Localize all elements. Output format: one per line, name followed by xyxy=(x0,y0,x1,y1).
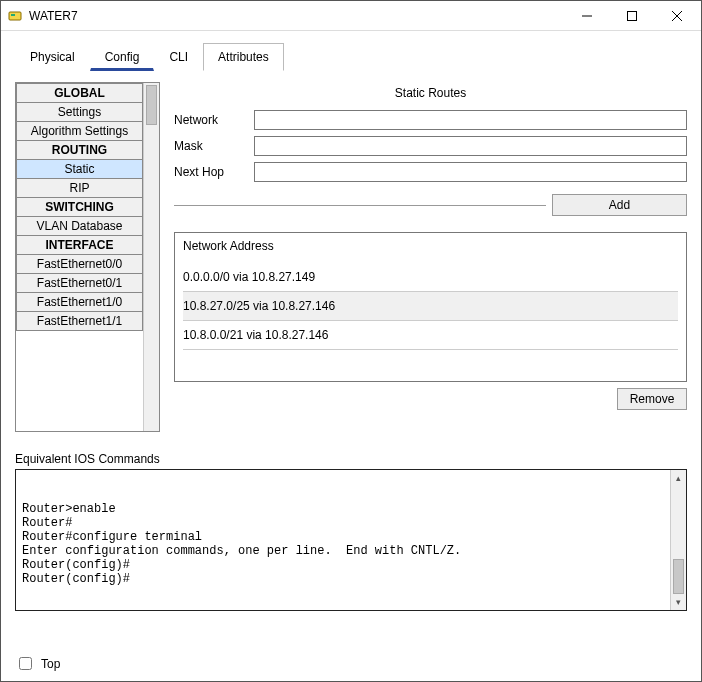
network-label: Network xyxy=(174,113,254,127)
sidebar: GLOBALSettingsAlgorithm SettingsROUTINGS… xyxy=(16,83,143,431)
sidebar-item[interactable]: FastEthernet0/1 xyxy=(16,273,143,293)
sidebar-item[interactable]: FastEthernet0/0 xyxy=(16,254,143,274)
sidebar-item[interactable]: Settings xyxy=(16,102,143,122)
network-input[interactable] xyxy=(254,110,687,130)
routes-header: Network Address xyxy=(183,239,678,253)
routes-list: Network Address 0.0.0.0/0 via 10.8.27.14… xyxy=(174,232,687,382)
footer: Top xyxy=(1,646,701,681)
add-button[interactable]: Add xyxy=(552,194,687,216)
tab-attributes[interactable]: Attributes xyxy=(203,43,284,71)
tab-physical[interactable]: Physical xyxy=(15,43,90,71)
route-entry[interactable]: 10.8.27.0/25 via 10.8.27.146 xyxy=(183,292,678,321)
mask-input[interactable] xyxy=(254,136,687,156)
tab-bar: PhysicalConfigCLIAttributes xyxy=(1,31,701,72)
top-label: Top xyxy=(41,657,60,671)
maximize-button[interactable] xyxy=(609,2,654,30)
sidebar-item[interactable]: Algorithm Settings xyxy=(16,121,143,141)
panel-title: Static Routes xyxy=(174,82,687,110)
sidebar-container: GLOBALSettingsAlgorithm SettingsROUTINGS… xyxy=(15,82,160,432)
nexthop-label: Next Hop xyxy=(174,165,254,179)
sidebar-item[interactable]: FastEthernet1/1 xyxy=(16,311,143,331)
titlebar: WATER7 xyxy=(1,1,701,31)
sidebar-item[interactable]: VLAN Database xyxy=(16,216,143,236)
sidebar-header: ROUTING xyxy=(16,140,143,160)
sidebar-scrollbar[interactable] xyxy=(143,83,159,431)
app-window: WATER7 PhysicalConfigCLIAttributes GLOBA… xyxy=(0,0,702,682)
remove-button[interactable]: Remove xyxy=(617,388,687,410)
scroll-down-icon[interactable]: ▾ xyxy=(671,594,686,610)
nexthop-input[interactable] xyxy=(254,162,687,182)
top-checkbox[interactable] xyxy=(19,657,32,670)
divider xyxy=(174,205,546,206)
window-controls xyxy=(564,2,699,30)
sidebar-header: SWITCHING xyxy=(16,197,143,217)
sidebar-header: GLOBAL xyxy=(16,83,143,103)
ios-text[interactable]: Router>enable Router# Router#configure t… xyxy=(16,470,670,610)
ios-commands-box: Router>enable Router# Router#configure t… xyxy=(15,469,687,611)
route-entry[interactable]: 0.0.0.0/0 via 10.8.27.149 xyxy=(183,263,678,292)
ios-label: Equivalent IOS Commands xyxy=(15,452,687,466)
svg-rect-3 xyxy=(627,11,636,20)
close-button[interactable] xyxy=(654,2,699,30)
minimize-button[interactable] xyxy=(564,2,609,30)
body: GLOBALSettingsAlgorithm SettingsROUTINGS… xyxy=(1,72,701,646)
mask-label: Mask xyxy=(174,139,254,153)
tab-config[interactable]: Config xyxy=(90,43,155,71)
scroll-up-icon[interactable]: ▴ xyxy=(671,470,686,486)
app-icon xyxy=(7,8,23,24)
sidebar-item[interactable]: FastEthernet1/0 xyxy=(16,292,143,312)
svg-rect-1 xyxy=(11,14,15,16)
ios-scrollbar[interactable]: ▴ ▾ xyxy=(670,470,686,610)
main-panel: Static Routes Network Mask Next Hop Add xyxy=(174,82,687,432)
route-entry[interactable]: 10.8.0.0/21 via 10.8.27.146 xyxy=(183,321,678,350)
tab-cli[interactable]: CLI xyxy=(154,43,203,71)
sidebar-item[interactable]: RIP xyxy=(16,178,143,198)
sidebar-header: INTERFACE xyxy=(16,235,143,255)
sidebar-item[interactable]: Static xyxy=(16,159,143,179)
window-title: WATER7 xyxy=(29,9,564,23)
